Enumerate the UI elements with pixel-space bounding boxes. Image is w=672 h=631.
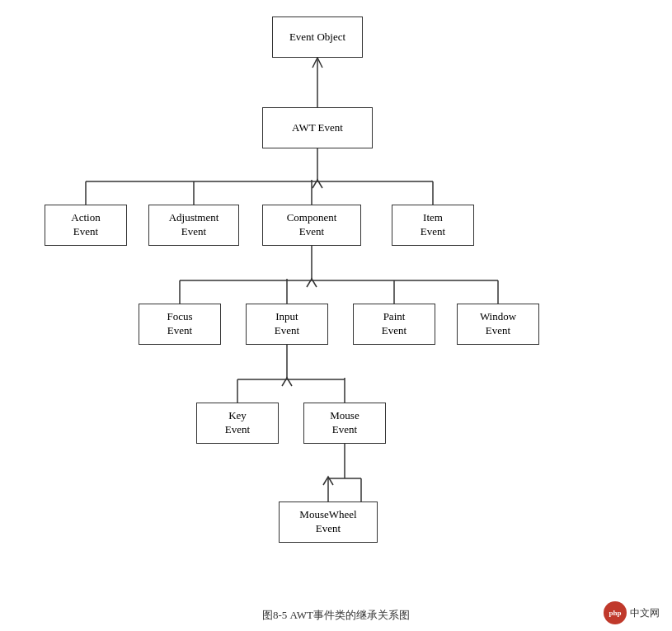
input-event-node: InputEvent	[246, 304, 328, 345]
adjustment-event-node: AdjustmentEvent	[148, 205, 239, 246]
focus-event-node: FocusEvent	[139, 304, 221, 345]
mousewheel-event-node: MouseWheelEvent	[279, 502, 378, 543]
php-badge: php 中文网	[604, 601, 660, 624]
key-event-node: KeyEvent	[196, 403, 279, 444]
item-event-node: ItemEvent	[392, 205, 474, 246]
php-icon: php	[604, 601, 627, 624]
component-event-node: ComponentEvent	[262, 205, 361, 246]
paint-event-node: PaintEvent	[353, 304, 435, 345]
diagram: Event Object AWT Event ActionEvent Adjus…	[0, 0, 672, 602]
mouse-event-node: MouseEvent	[303, 403, 386, 444]
awt-event-node: AWT Event	[262, 107, 373, 148]
event-object-node: Event Object	[272, 16, 363, 58]
action-event-node: ActionEvent	[45, 205, 127, 246]
badge-text: 中文网	[630, 606, 660, 620]
window-event-node: WindowEvent	[457, 304, 539, 345]
caption: 图8-5 AWT事件类的继承关系图	[0, 608, 672, 623]
